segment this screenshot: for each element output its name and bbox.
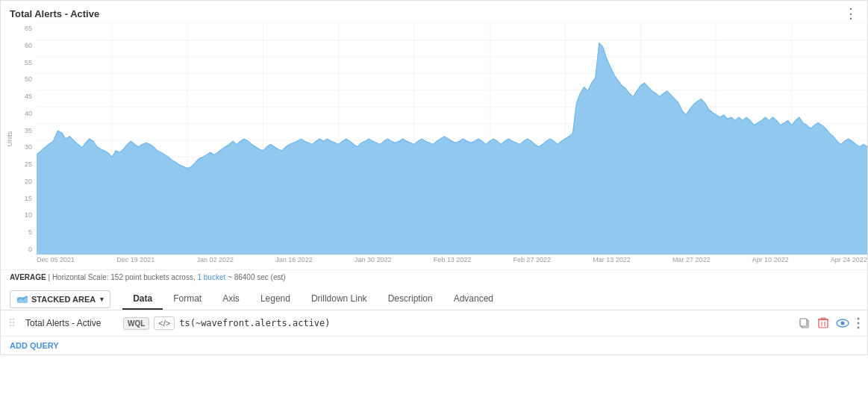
- y-tick: 50: [1, 75, 32, 83]
- y-tick: 20: [1, 178, 32, 185]
- query-actions: [797, 316, 861, 331]
- x-label: Mar 13 2022: [593, 256, 631, 263]
- tab-axis[interactable]: Axis: [212, 289, 250, 310]
- chart-title: Total Alerts - Active: [10, 8, 99, 19]
- svg-rect-29: [821, 318, 825, 319]
- query-wql-badge[interactable]: WQL: [123, 317, 149, 330]
- delete-icon: [818, 317, 828, 329]
- x-label: Feb 27 2022: [513, 256, 551, 263]
- y-tick: 25: [1, 160, 32, 168]
- x-label: Apr 10 2022: [752, 256, 789, 263]
- footer-avg: AVERAGE: [10, 273, 46, 281]
- y-tick: 55: [1, 59, 32, 66]
- y-tick: 5: [1, 228, 32, 236]
- svg-point-34: [858, 318, 860, 320]
- chart-area: 05101520253035404550556065 Units: [1, 23, 867, 254]
- chart-type-label: STACKED AREA: [31, 295, 96, 304]
- x-label: Dec 19 2021: [116, 256, 154, 263]
- y-tick: 15: [1, 195, 32, 202]
- chart-svg: [37, 23, 867, 254]
- y-axis-label: Units: [6, 131, 13, 147]
- x-label: Jan 30 2022: [355, 256, 392, 263]
- footer-est: ~ 86400 sec (est): [228, 273, 286, 281]
- svg-point-33: [841, 322, 845, 325]
- svg-rect-26: [800, 319, 807, 326]
- chart-header: Total Alerts - Active ⋮: [1, 1, 867, 23]
- x-label: Apr 24 2022: [831, 256, 867, 263]
- svg-point-35: [858, 322, 860, 325]
- query-expression-input[interactable]: [179, 318, 790, 328]
- y-tick: 65: [1, 25, 32, 32]
- chevron-down-icon: ▾: [100, 296, 104, 303]
- x-label: Jan 16 2022: [275, 256, 313, 263]
- add-query-link[interactable]: ADD QUERY: [1, 337, 68, 355]
- chart-menu-icon[interactable]: ⋮: [844, 7, 858, 20]
- y-tick: 45: [1, 93, 32, 100]
- footer-scale: Horizontal Scale: 152 point buckets acro…: [52, 273, 196, 281]
- more-vertical-icon: [857, 317, 860, 329]
- tabs-bar: STACKED AREA ▾ Data Format Axis Legend D…: [1, 284, 867, 310]
- svg-point-36: [858, 327, 860, 329]
- drag-handle-icon[interactable]: ⠿: [7, 317, 17, 329]
- x-axis-labels: Dec 05 2021Dec 19 2021Jan 02 2022Jan 16 …: [37, 254, 867, 266]
- tab-legend[interactable]: Legend: [250, 289, 301, 310]
- y-tick: 60: [1, 42, 32, 49]
- query-copy-button[interactable]: [797, 316, 812, 331]
- eye-icon: [836, 319, 849, 328]
- x-label: Jan 02 2022: [196, 256, 234, 263]
- chart-panel: Total Alerts - Active ⋮ 0510152025303540…: [0, 0, 868, 355]
- svg-rect-24: [17, 297, 28, 303]
- tab-advanced[interactable]: Advanced: [443, 289, 504, 310]
- tab-format[interactable]: Format: [163, 289, 212, 310]
- x-label: Dec 05 2021: [37, 256, 75, 263]
- x-label: Mar 27 2022: [672, 256, 711, 263]
- y-tick: 10: [1, 211, 32, 219]
- chart-footer: AVERAGE | Horizontal Scale: 152 point bu…: [1, 269, 867, 284]
- chart-type-button[interactable]: STACKED AREA ▾: [10, 290, 110, 308]
- copy-icon: [799, 317, 811, 329]
- chart-inner: [37, 23, 867, 254]
- tab-description[interactable]: Description: [378, 289, 443, 310]
- y-tick: 0: [1, 246, 32, 253]
- x-label: Feb 13 2022: [434, 256, 472, 263]
- stacked-area-icon: [16, 294, 28, 304]
- query-row: ⠿ Total Alerts - Active WQL </>: [1, 310, 867, 337]
- tab-data[interactable]: Data: [122, 289, 163, 310]
- y-tick: 40: [1, 110, 32, 117]
- query-visibility-button[interactable]: [834, 317, 851, 329]
- footer-link[interactable]: 1 bucket: [197, 273, 225, 281]
- query-delete-button[interactable]: [817, 316, 830, 331]
- query-more-button[interactable]: [855, 316, 861, 331]
- svg-rect-27: [819, 319, 828, 328]
- query-code-toggle[interactable]: </>: [154, 316, 175, 330]
- tab-drilldown-link[interactable]: Drilldown Link: [301, 289, 378, 310]
- query-name[interactable]: Total Alerts - Active: [22, 316, 119, 331]
